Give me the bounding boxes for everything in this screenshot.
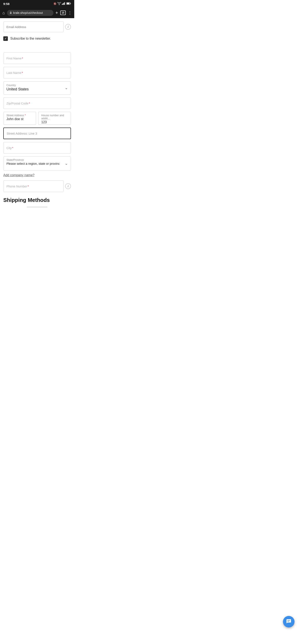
shipping-methods-section: Shipping Methods [3, 195, 71, 205]
status-bar: 9:58 🔇 [0, 0, 74, 8]
house-number-label: House number and additi… [41, 114, 68, 120]
zip-field: Zip/Postal Code* [3, 98, 71, 109]
browser-bar: ⌂ krale.shop/us/checkout + 15 ⋮ [0, 8, 74, 18]
state-wrapper[interactable]: State/Province Please select a region, s… [3, 156, 71, 170]
country-field: Country United States ⌄ [3, 81, 71, 94]
svg-rect-0 [62, 4, 62, 5]
add-company-link[interactable]: Add company name? [3, 174, 71, 177]
state-value: Please select a region, state or provinc [6, 162, 62, 165]
phone-placeholder: Phone Number* [6, 184, 29, 188]
phone-row: Phone Number* i [3, 180, 71, 192]
zip-placeholder: Zip/Postal Code* [6, 102, 68, 105]
home-icon[interactable]: ⌂ [2, 10, 5, 15]
newsletter-row: ✓ Subscribe to the newsletter. [3, 35, 71, 46]
country-value: United States [6, 87, 68, 92]
url-bar[interactable]: krale.shop/us/checkout [7, 10, 53, 16]
city-wrapper[interactable]: City* [3, 142, 71, 154]
first-name-wrapper[interactable]: First Name* [3, 52, 71, 64]
phone-help-icon[interactable]: i [65, 183, 71, 189]
svg-rect-2 [63, 3, 64, 5]
newsletter-label: Subscribe to the newsletter. [10, 37, 51, 40]
battery-icon [66, 2, 71, 5]
country-chevron-icon: ⌄ [65, 86, 68, 90]
street-address-wrapper[interactable]: Street Address * John doe st [3, 112, 36, 125]
email-help-icon[interactable]: i [65, 24, 71, 30]
country-label: Country [6, 84, 68, 87]
svg-rect-5 [70, 3, 71, 4]
street-address-label: Street Address * [6, 114, 33, 117]
first-name-field: First Name* [3, 52, 71, 64]
street-line3-wrapper[interactable]: Street Address: Line 3 [3, 128, 71, 139]
svg-rect-1 [63, 3, 63, 5]
mute-icon: 🔇 [53, 2, 56, 5]
city-field: City* [3, 142, 71, 154]
shipping-heading: Shipping Methods [3, 195, 71, 205]
last-name-field: Last Name* [3, 67, 71, 78]
house-number-value: 123 [41, 120, 68, 124]
street-line3-placeholder: Street Address: Line 3 [6, 132, 68, 135]
tab-count[interactable]: 15 [60, 10, 66, 15]
checkmark-icon: ✓ [4, 37, 7, 40]
state-chevron-icon: ⌄ [65, 161, 68, 166]
lock-icon [9, 11, 12, 15]
signal-icon [62, 2, 66, 6]
country-wrapper[interactable]: Country United States ⌄ [3, 81, 71, 94]
wifi-icon [57, 2, 61, 6]
email-input[interactable] [6, 25, 60, 29]
email-field-wrapper[interactable] [3, 22, 63, 32]
svg-rect-3 [64, 2, 65, 5]
add-tab-icon[interactable]: + [55, 10, 58, 16]
url-text: krale.shop/us/checkout [13, 11, 51, 14]
zip-wrapper[interactable]: Zip/Postal Code* [3, 98, 71, 109]
street-address-value: John doe st [6, 117, 33, 121]
street-line3-field: Street Address: Line 3 [3, 128, 71, 139]
checkout-form: i ✓ Subscribe to the newsletter. First N… [0, 18, 74, 205]
street-address-row: Street Address * John doe st House numbe… [3, 112, 71, 125]
first-name-placeholder: First Name* [6, 56, 68, 60]
state-field: State/Province Please select a region, s… [3, 156, 71, 170]
svg-rect-7 [10, 12, 11, 14]
scroll-indicator [27, 206, 47, 208]
status-time: 9:58 [3, 2, 9, 6]
last-name-placeholder: Last Name* [6, 71, 68, 74]
city-placeholder: City* [6, 146, 68, 150]
menu-icon[interactable]: ⋮ [68, 10, 72, 15]
phone-field-wrapper[interactable]: Phone Number* [3, 180, 63, 192]
spacer [3, 46, 71, 52]
svg-rect-6 [67, 3, 69, 4]
email-section: i [3, 18, 71, 32]
newsletter-checkbox[interactable]: ✓ [3, 36, 8, 41]
state-label: State/Province [6, 158, 68, 162]
house-number-wrapper[interactable]: House number and additi… 123 [38, 112, 71, 125]
status-icons: 🔇 [53, 2, 71, 6]
last-name-wrapper[interactable]: Last Name* [3, 67, 71, 78]
